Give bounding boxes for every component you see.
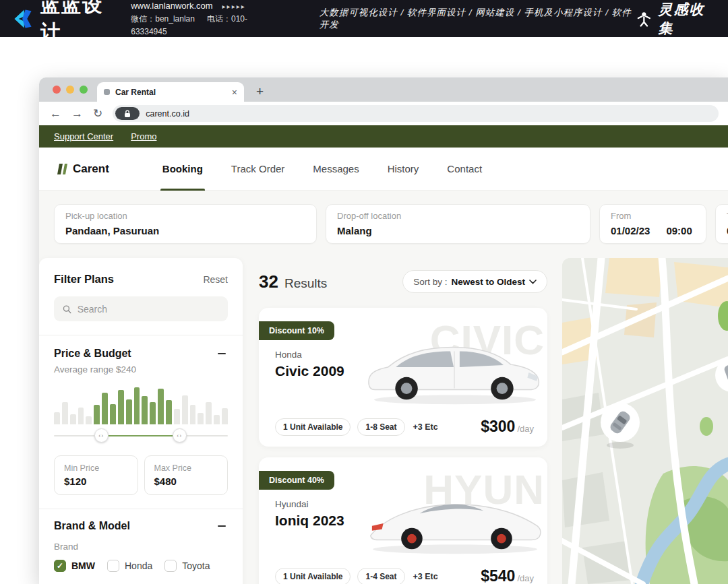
- price-amount: $540: [481, 567, 515, 584]
- extra-tag: +3 Etc: [413, 422, 438, 432]
- car-brand: Hyundai: [275, 499, 309, 509]
- car-card-civic[interactable]: Discount 10% Honda Civic 2009 CIVIC: [259, 308, 547, 447]
- brand-option-honda[interactable]: Honda: [107, 560, 152, 572]
- nav-item-booking[interactable]: Booking: [148, 148, 217, 191]
- histogram-bar: [142, 396, 148, 424]
- maximize-window-button[interactable]: [80, 86, 88, 94]
- max-price-field[interactable]: Max Price $480: [144, 455, 229, 495]
- results-count: 32: [259, 271, 278, 292]
- histogram-bar: [166, 400, 172, 424]
- from-label: From: [611, 211, 695, 221]
- reload-icon[interactable]: ↻: [93, 108, 102, 119]
- results-count-label: Results: [284, 276, 327, 291]
- histogram-bar: [206, 402, 212, 424]
- filter-panel: Filter Plans Reset Price & Budget Averag…: [39, 258, 243, 584]
- tab-title: Car Rental: [115, 88, 226, 97]
- slider-handle-min[interactable]: ‹›: [94, 428, 109, 443]
- to-datetime-field[interactable]: To 01/02/23: [715, 204, 728, 244]
- from-datetime-field[interactable]: From 01/02/23 09:00: [599, 204, 706, 244]
- results-column: 32 Results Sort by : Newest to Oldest: [259, 258, 547, 584]
- collapse-brand-button[interactable]: [216, 520, 228, 532]
- checkbox-toyota[interactable]: [164, 560, 177, 572]
- dropoff-location-field[interactable]: Drop-off location Malang: [326, 204, 590, 244]
- discount-badge: Discount 40%: [259, 471, 334, 490]
- histogram-bar: [182, 395, 188, 424]
- min-price-label: Min Price: [64, 463, 128, 473]
- brand-option-bmw[interactable]: BMW: [54, 560, 95, 572]
- brand-option-toyota[interactable]: Toyota: [164, 560, 210, 572]
- banner-services: 大数据可视化设计 / 软件界面设计 / 网站建设 / 手机及小程序设计 / 软件…: [320, 7, 636, 31]
- histogram-bar: [118, 390, 124, 424]
- price-histogram: [54, 384, 228, 424]
- banner-logo-text: 蓝蓝设计: [40, 0, 120, 46]
- histogram-bar: [70, 414, 76, 424]
- inspiration-icon: [636, 10, 653, 28]
- site-security-chip[interactable]: [115, 107, 140, 120]
- slider-handle-max[interactable]: ‹›: [173, 428, 187, 443]
- url-text: carent.co.id: [146, 109, 189, 119]
- banner-wechat: 微信：ben_lanlan: [131, 14, 195, 24]
- forward-icon[interactable]: →: [71, 108, 83, 119]
- promo-link[interactable]: Promo: [131, 131, 156, 141]
- back-icon[interactable]: ←: [50, 108, 61, 119]
- nav-item-contact[interactable]: Contact: [433, 148, 496, 191]
- map[interactable]: [562, 258, 728, 584]
- histogram-bar: [86, 416, 92, 424]
- close-window-button[interactable]: [53, 86, 61, 94]
- browser-tab-bar: Car Rental × +: [39, 77, 728, 102]
- checkbox-honda[interactable]: [107, 560, 119, 572]
- availability-tag: 1 Unit Available: [275, 418, 351, 436]
- car-image-ioniq: [365, 483, 545, 557]
- divider: [39, 509, 243, 509]
- price-range-slider[interactable]: ‹› ‹›: [54, 428, 228, 443]
- histogram-bar: [134, 387, 140, 424]
- histogram-bar: [94, 405, 100, 424]
- histogram-bar: [158, 389, 164, 424]
- price-budget-title: Price & Budget: [54, 348, 131, 360]
- nav-item-messages[interactable]: Messages: [299, 148, 373, 191]
- histogram-bar: [78, 408, 84, 424]
- histogram-bar: [222, 408, 228, 424]
- banner-collect-label: 灵感收集: [659, 0, 717, 38]
- car-card-ioniq[interactable]: Discount 40% Hyundai Ioniq 2023 HYUN: [259, 457, 547, 584]
- pickup-location-field[interactable]: Pick-up location Pandaan, Pasuruan: [54, 204, 317, 244]
- histogram-bar: [174, 409, 180, 424]
- from-time: 09:00: [666, 225, 692, 236]
- minimize-window-button[interactable]: [66, 86, 74, 94]
- site-navbar: Carent Booking Track Order Messages Hist…: [39, 148, 728, 191]
- filter-title: Filter Plans: [54, 273, 114, 286]
- site-body: Pick-up location Pandaan, Pasuruan Drop-…: [39, 191, 728, 584]
- nav-item-history[interactable]: History: [373, 148, 433, 191]
- histogram-bar: [110, 404, 116, 424]
- carent-logo[interactable]: Carent: [57, 162, 109, 176]
- pickup-value: Pandaan, Pasuruan: [65, 225, 305, 236]
- brand-options: BMW Honda Toyota: [54, 560, 228, 572]
- browser-tab[interactable]: Car Rental ×: [97, 82, 244, 102]
- nav-item-track-order[interactable]: Track Order: [217, 148, 299, 191]
- url-field[interactable]: carent.co.id: [113, 105, 719, 122]
- checkbox-bmw[interactable]: [54, 560, 66, 572]
- price-per: /day: [517, 573, 534, 583]
- promo-banner: 蓝蓝设计 www.lanlanwork.com▸▸▸▸▸ 微信：ben_lanl…: [0, 0, 728, 37]
- filter-search-input[interactable]: [78, 304, 219, 315]
- page: 蓝蓝设计 www.lanlanwork.com▸▸▸▸▸ 微信：ben_lanl…: [0, 0, 728, 584]
- collapse-price-button[interactable]: [216, 348, 228, 360]
- sort-dropdown[interactable]: Sort by : Newest to Oldest: [402, 270, 547, 293]
- tab-close-icon[interactable]: ×: [232, 87, 237, 98]
- browser-window: Car Rental × + ← → ↻ carent.co.id Suppor…: [39, 77, 728, 584]
- histogram-bar: [62, 402, 68, 424]
- max-price-label: Max Price: [154, 463, 218, 473]
- map-canvas: [562, 258, 728, 584]
- chevron-down-icon: [529, 280, 537, 284]
- support-center-link[interactable]: Support Center: [54, 131, 113, 141]
- pickup-label: Pick-up location: [65, 211, 305, 221]
- reset-filters-button[interactable]: Reset: [203, 274, 228, 285]
- filter-search-box[interactable]: [54, 296, 228, 321]
- min-price-field[interactable]: Min Price $120: [54, 455, 138, 495]
- brand-group-label: Brand: [54, 542, 228, 552]
- min-price-value: $120: [64, 476, 128, 487]
- histogram-bar: [198, 413, 204, 424]
- banner-website: www.lanlanwork.com: [131, 1, 212, 11]
- new-tab-button[interactable]: +: [256, 84, 264, 99]
- histogram-bar: [190, 405, 196, 424]
